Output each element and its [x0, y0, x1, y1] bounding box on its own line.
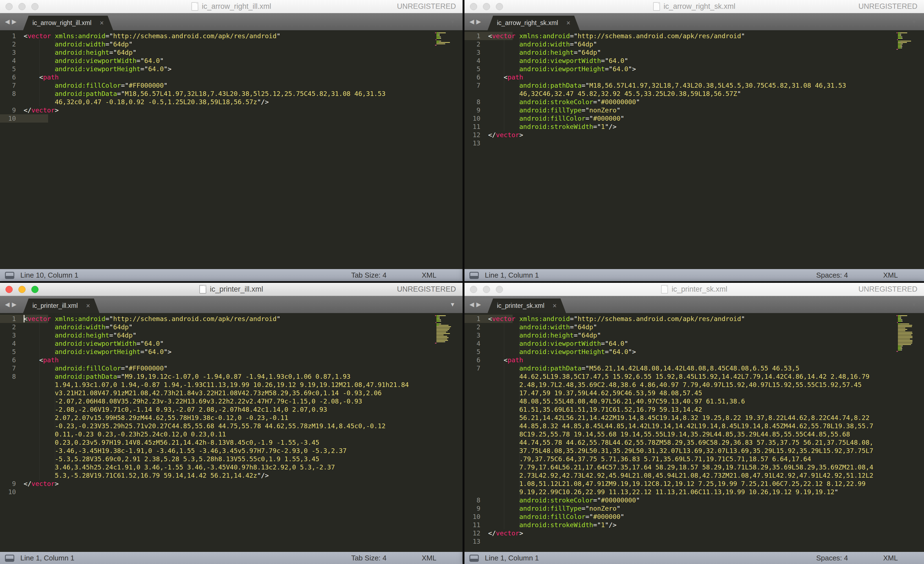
tab-ic-arrow-right-ill[interactable]: ic_arrow_right_ill.xml × — [23, 16, 113, 30]
panel-toggle-icon[interactable] — [470, 272, 479, 279]
close-window-button[interactable] — [470, 3, 477, 10]
syntax-mode[interactable]: XML — [883, 554, 898, 563]
line-number — [0, 397, 16, 405]
minimize-window-button[interactable] — [483, 286, 490, 293]
tab-overflow-menu-icon[interactable]: ▼ — [450, 13, 455, 30]
code-row: 2 android:width="64dp" — [465, 40, 924, 48]
panel-toggle-icon[interactable] — [5, 272, 14, 279]
cursor-position[interactable]: Line 10, Column 1 — [20, 271, 78, 280]
tab-close-icon[interactable]: × — [566, 19, 570, 27]
tab-scroll-right-icon[interactable]: ▶ — [12, 301, 16, 308]
minimize-window-button[interactable] — [18, 3, 26, 10]
line-number: 2 — [465, 323, 480, 331]
minimize-window-button[interactable] — [483, 3, 490, 10]
tab-scroll-left-icon[interactable]: ◀ — [5, 18, 10, 25]
tab-scroll-left-icon[interactable]: ◀ — [470, 301, 474, 308]
code-row: 0.11,-0.23 0.23,-0.23h25.24c0.12,0 0.23,… — [0, 430, 462, 438]
tab-ic-printer-sk[interactable]: ic_printer_sk.xml × — [488, 299, 566, 313]
code-row: 7 android:pathData="M56.21,14.42L48.08,1… — [465, 364, 924, 373]
code-row: 13 — [465, 537, 924, 546]
code-row: 9.19,22.99C10.26,22.99 11.13,22.12 11.13… — [465, 488, 924, 496]
minimap[interactable] — [435, 315, 460, 346]
line-number — [465, 389, 480, 397]
tab-label: ic_printer_ill.xml — [33, 302, 78, 310]
syntax-mode[interactable]: XML — [422, 554, 436, 563]
title-bar[interactable]: ic_arrow_right_sk.xml UNREGISTERED — [465, 0, 924, 13]
tab-overflow-menu-icon[interactable]: ▼ — [450, 296, 455, 313]
tab-scroll-right-icon[interactable]: ▶ — [476, 18, 481, 25]
line-number — [0, 389, 16, 397]
code-row: 3 android:height="64dp" — [465, 48, 924, 57]
line-number: 8 — [465, 496, 480, 504]
tab-ic-printer-ill[interactable]: ic_printer_ill.xml × — [23, 299, 99, 313]
code-row: 6 <path — [465, 73, 924, 81]
line-number — [0, 438, 16, 447]
panel-toggle-icon[interactable] — [5, 555, 14, 562]
code-area[interactable]: 1<vector xmlns:android="http://schemas.a… — [465, 313, 924, 552]
panel-toggle-icon[interactable] — [470, 555, 479, 562]
tab-scroll-right-icon[interactable]: ▶ — [476, 301, 481, 308]
line-number: 13 — [465, 139, 480, 147]
line-number — [465, 463, 480, 471]
code-row: 11 android:strokeWidth="1"/> — [465, 123, 924, 131]
zoom-window-button[interactable] — [496, 286, 503, 293]
tab-close-icon[interactable]: × — [553, 302, 557, 310]
code-row: 4 android:viewportWidth="64.0" — [0, 340, 462, 348]
window-title-group: ic_printer_sk.xml — [661, 285, 728, 293]
indent-setting[interactable]: Spaces: 4 — [816, 554, 848, 563]
tab-scroll-arrows: ◀ ▶ — [470, 296, 481, 313]
indent-setting[interactable]: Tab Size: 4 — [351, 554, 387, 563]
zoom-window-button[interactable] — [496, 3, 503, 10]
minimap[interactable] — [435, 33, 460, 48]
close-window-button[interactable] — [470, 286, 477, 293]
line-number: 9 — [0, 480, 16, 488]
window-title: ic_printer_ill.xml — [210, 285, 263, 293]
line-number — [465, 397, 480, 405]
title-bar[interactable]: ic_arrow_right_ill.xml UNREGISTERED — [0, 0, 462, 13]
code-area[interactable]: 1<vector xmlns:android="http://schemas.a… — [465, 30, 924, 269]
code-row: -2.08,-2.06V19.71c0,-1.14 0.93,-2.07 2.0… — [0, 405, 462, 414]
line-number: 2 — [465, 40, 480, 48]
tab-scroll-left-icon[interactable]: ◀ — [5, 301, 10, 308]
code-row: 56.21,14.42L56.21,14.42ZM19.14,8.45C19.1… — [465, 414, 924, 422]
minimap[interactable] — [897, 33, 922, 52]
cursor-position[interactable]: Line 1, Column 1 — [485, 271, 539, 280]
cursor-position[interactable]: Line 1, Column 1 — [20, 554, 75, 563]
indent-setting[interactable]: Tab Size: 4 — [351, 271, 387, 280]
close-window-button[interactable] — [6, 3, 13, 10]
title-bar[interactable]: ic_printer_sk.xml UNREGISTERED — [465, 283, 924, 296]
close-window-button[interactable] — [6, 286, 13, 293]
minimize-window-button[interactable] — [18, 286, 26, 293]
tab-scroll-left-icon[interactable]: ◀ — [470, 18, 474, 25]
tab-overflow-menu-icon[interactable]: ▼ — [911, 296, 917, 313]
line-number: 10 — [465, 114, 480, 123]
line-number: 7 — [0, 364, 16, 373]
code-area[interactable]: 1<vector xmlns:android="http://schemas.a… — [0, 30, 462, 269]
zoom-window-button[interactable] — [32, 3, 39, 10]
tab-ic-arrow-right-sk[interactable]: ic_arrow_right_sk.xml × — [488, 16, 580, 30]
minimap[interactable] — [897, 315, 922, 354]
code-area[interactable]: 1<vector xmlns:android="http://schemas.a… — [0, 313, 462, 552]
tab-scroll-right-icon[interactable]: ▶ — [12, 18, 16, 25]
code-row: 8 android:pathData="M18,56.57L41.97,32L1… — [0, 90, 462, 98]
line-number — [0, 447, 16, 455]
line-number — [465, 90, 480, 98]
line-number: 10 — [465, 513, 480, 521]
indent-setting[interactable]: Spaces: 4 — [816, 271, 848, 280]
code-row: 1<vector xmlns:android="http://schemas.a… — [465, 315, 924, 323]
cursor-position[interactable]: Line 1, Column 1 — [485, 554, 539, 563]
tab-close-icon[interactable]: × — [100, 19, 104, 27]
syntax-mode[interactable]: XML — [422, 271, 436, 280]
zoom-window-button[interactable] — [32, 286, 39, 293]
line-number — [465, 455, 480, 463]
indent-guide — [519, 323, 520, 529]
code-row: 61.51,35.69L61.51,19.71C61.52,16.79 59.1… — [465, 405, 924, 414]
tab-close-icon[interactable]: × — [86, 302, 90, 310]
window-controls — [6, 0, 39, 13]
line-number — [0, 381, 16, 389]
syntax-mode[interactable]: XML — [883, 271, 898, 280]
tab-overflow-menu-icon[interactable]: ▼ — [911, 13, 917, 30]
title-bar[interactable]: ic_printer_ill.xml UNREGISTERED — [0, 283, 462, 296]
line-number: 1 — [465, 315, 480, 323]
tab-label: ic_arrow_right_ill.xml — [33, 19, 92, 27]
